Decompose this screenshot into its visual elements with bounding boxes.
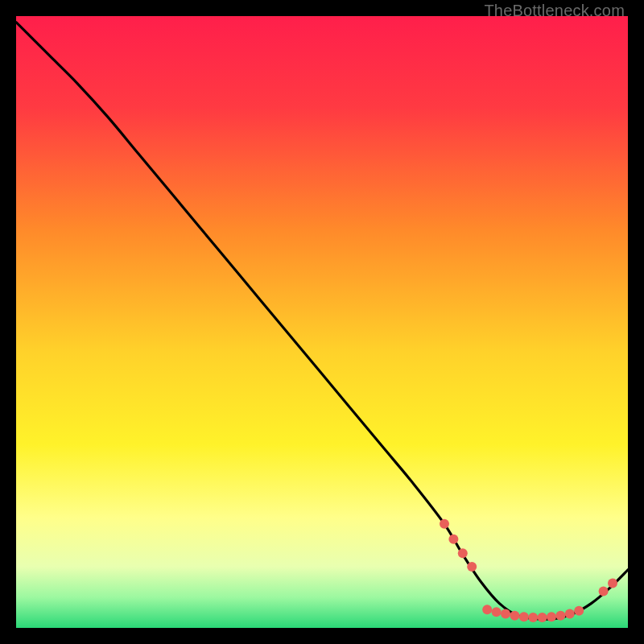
marker-point bbox=[467, 562, 477, 572]
chart-frame bbox=[16, 16, 628, 628]
bottleneck-chart bbox=[16, 16, 628, 628]
marker-point bbox=[492, 607, 502, 617]
marker-point bbox=[510, 611, 519, 621]
marker-point bbox=[574, 606, 584, 616]
marker-point bbox=[458, 548, 468, 558]
marker-point bbox=[555, 611, 565, 621]
marker-point bbox=[440, 519, 449, 529]
marker-point bbox=[482, 605, 492, 614]
marker-point bbox=[519, 612, 529, 621]
marker-point bbox=[501, 609, 510, 619]
marker-point bbox=[448, 535, 458, 544]
marker-point bbox=[608, 579, 617, 588]
marker-point bbox=[538, 613, 547, 622]
gradient-background bbox=[16, 16, 628, 628]
attribution-label: TheBottleneck.com bbox=[484, 2, 625, 20]
marker-point bbox=[528, 613, 538, 622]
marker-point bbox=[547, 612, 556, 621]
marker-point bbox=[599, 586, 609, 596]
marker-point bbox=[565, 609, 575, 619]
